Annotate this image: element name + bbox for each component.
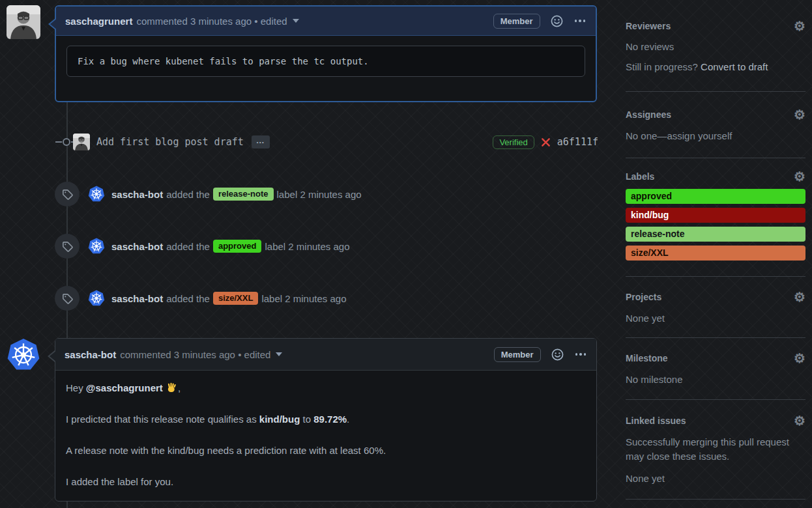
comment-body: Hey @saschagrunert ,I predicted that thi… (55, 371, 596, 489)
section-title: Assignees (626, 109, 671, 120)
event-text: added the (166, 189, 210, 200)
comment-sascha-bot: sascha-bot commented 3 minutes ago • edi… (55, 338, 597, 501)
event-actor[interactable]: sascha-bot (111, 293, 163, 304)
sidebar-section-projects: Projects ⚙ (626, 290, 805, 303)
comment-meta[interactable]: commented 3 minutes ago • edited (120, 349, 270, 360)
label-pill[interactable]: release-note (213, 188, 274, 201)
pull-request-conversation-page: saschagrunert commented 3 minutes ago • … (0, 0, 812, 508)
comment-author[interactable]: saschagrunert (65, 16, 132, 27)
comment-text: A release note with the kind/bug needs a… (66, 445, 386, 456)
sidebar-label-approved[interactable]: approved (626, 189, 805, 204)
labels-list: approvedkind/bugrelease-notesize/XXL (626, 189, 805, 264)
comment-text: I added the label for you. (66, 476, 173, 487)
sascha-bot-avatar[interactable] (88, 290, 105, 307)
assign-yourself-link[interactable]: assign yourself (667, 130, 732, 141)
sidebar-label-size-xxl[interactable]: size/XXL (626, 246, 805, 261)
bubble-caret (50, 350, 57, 362)
gear-icon[interactable]: ⚙ (794, 290, 805, 303)
add-reaction-button[interactable] (551, 348, 564, 361)
commit-hash-link[interactable]: a6f111f (557, 136, 598, 148)
tag-icon (55, 286, 80, 311)
chevron-down-icon[interactable] (293, 19, 299, 23)
comment-text: . (347, 414, 349, 425)
assignees-empty: No one—assign yourself (626, 129, 805, 143)
sidebar-label-release-note[interactable]: release-note (626, 227, 805, 242)
divider (626, 399, 805, 400)
kebab-menu-button[interactable] (574, 350, 588, 358)
event-text: label 2 minutes ago (261, 293, 346, 304)
event-text: label 2 minutes ago (277, 189, 362, 200)
tag-icon (55, 234, 80, 259)
convert-to-draft-link[interactable]: Convert to draft (701, 61, 768, 72)
sidebar: Reviewers ⚙ No reviews Still in progress… (626, 0, 805, 508)
sascha-bot-avatar[interactable] (88, 238, 105, 255)
projects-empty: None yet (626, 311, 805, 326)
linked-issues-description: Successfully merging this pull request m… (626, 435, 805, 464)
gear-icon[interactable]: ⚙ (794, 170, 805, 183)
label-pill[interactable]: size/XXL (213, 292, 258, 305)
check-failed-x-icon[interactable] (541, 137, 551, 147)
saschagrunert-avatar[interactable] (7, 5, 40, 39)
comment-text: I predicted that this release note quali… (66, 414, 259, 425)
commit-expander-button[interactable]: … (252, 135, 270, 148)
comment-meta[interactable]: commented 3 minutes ago • edited (136, 16, 287, 27)
comment-bold-text: 89.72% (313, 414, 347, 425)
section-title: Labels (626, 171, 654, 182)
section-title: Reviewers (626, 21, 671, 31)
gear-icon[interactable]: ⚙ (794, 20, 805, 33)
event-text: label 2 minutes ago (265, 241, 349, 252)
comment-text: Hey (66, 382, 86, 393)
comment-bold-text: @saschagrunert (86, 382, 163, 393)
sidebar-section-labels: Labels ⚙ (626, 170, 805, 183)
comment-bold-text: kind/bug (259, 414, 300, 425)
divider (626, 337, 805, 338)
add-reaction-button[interactable] (551, 15, 563, 27)
section-title: Linked issues (626, 416, 686, 426)
sidebar-section-milestone: Milestone ⚙ (626, 352, 805, 365)
chevron-down-icon[interactable] (276, 352, 282, 356)
divider (626, 158, 805, 158)
event-text: added the (166, 293, 210, 304)
comment-header: sascha-bot commented 3 minutes ago • edi… (55, 339, 596, 371)
comment-header: saschagrunert commented 3 minutes ago • … (56, 7, 596, 36)
label-pill[interactable]: approved (213, 240, 262, 253)
section-title: Projects (626, 292, 661, 302)
gear-icon[interactable]: ⚙ (794, 352, 805, 365)
sidebar-section-linked-issues: Linked issues ⚙ (626, 414, 805, 427)
commit-author-avatar[interactable] (73, 134, 90, 150)
gear-icon[interactable]: ⚙ (794, 414, 805, 427)
milestone-empty: No milestone (626, 373, 805, 387)
assignees-empty-text: No one— (626, 130, 667, 141)
event-text: added the (166, 241, 210, 252)
sidebar-section-assignees: Assignees ⚙ (626, 108, 805, 121)
comment-text: , (178, 382, 181, 393)
member-badge: Member (494, 347, 541, 362)
event-actor[interactable]: sascha-bot (111, 189, 163, 200)
comment-saschagrunert: saschagrunert commented 3 minutes ago • … (55, 5, 597, 102)
reviewers-empty: No reviews (626, 40, 805, 54)
section-title: Milestone (626, 353, 668, 363)
comment-author[interactable]: sascha-bot (65, 349, 116, 360)
bubble-caret (50, 18, 57, 30)
tag-icon (55, 182, 80, 206)
divider (626, 91, 805, 92)
reviewers-hint: Still in progress? Convert to draft (626, 60, 805, 74)
label-event-row: sascha-bot added the release-note label … (55, 182, 362, 206)
commit-message[interactable]: Add first blog post draft (96, 136, 244, 148)
divider (626, 499, 805, 500)
linked-issues-empty: None yet (626, 472, 805, 486)
sascha-bot-avatar[interactable] (88, 186, 105, 203)
verified-badge[interactable]: Verified (493, 135, 534, 149)
sascha-bot-avatar[interactable] (7, 338, 40, 372)
member-badge: Member (493, 14, 540, 29)
event-actor[interactable]: sascha-bot (111, 241, 163, 252)
gear-icon[interactable]: ⚙ (794, 108, 805, 121)
divider (626, 276, 805, 277)
wave-icon (166, 382, 177, 393)
hint-text: Still in progress? (626, 61, 701, 72)
kebab-menu-button[interactable] (573, 17, 587, 25)
comment-text (163, 382, 166, 393)
sidebar-label-kind-bug[interactable]: kind/bug (626, 208, 805, 223)
sidebar-section-reviewers: Reviewers ⚙ (626, 20, 805, 33)
comment-text: to (300, 414, 313, 425)
